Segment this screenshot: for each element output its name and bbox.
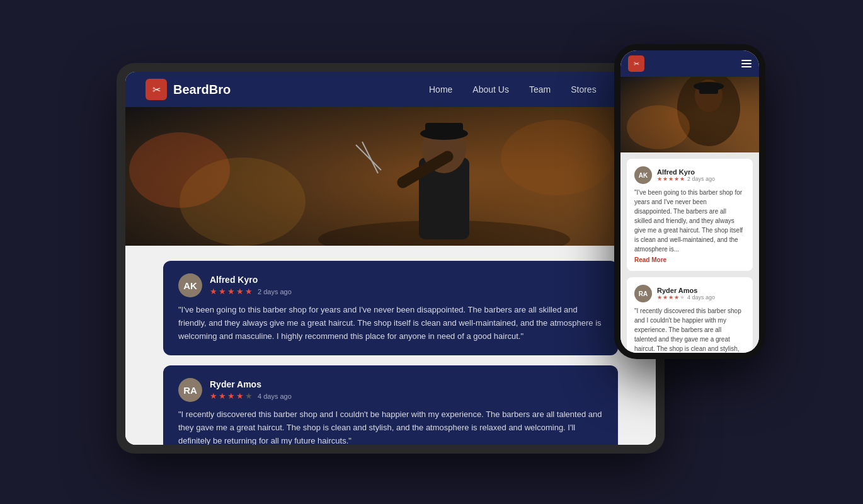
tablet-reviews-section: AK Alfred Kyro ★ ★ ★ ★ ★	[125, 246, 656, 445]
phone-device: ✂	[614, 44, 765, 359]
phone-stars-2: ★ ★ ★ ★ ★	[657, 294, 685, 301]
read-more-link-1[interactable]: Read More	[634, 256, 745, 263]
svg-point-10	[501, 120, 614, 195]
nav-team[interactable]: Team	[529, 84, 551, 94]
svg-point-9	[180, 158, 306, 246]
avatar-alfred: AK	[178, 273, 202, 297]
svg-line-7	[362, 142, 378, 173]
phone-review-text-1: "I've been going to this barber shop for…	[634, 188, 745, 254]
brand-logo-icon: ✂	[146, 79, 167, 100]
stars-2: ★ ★ ★ ★ ★	[210, 391, 253, 401]
review-time-1: 2 days ago	[258, 288, 292, 295]
brand: ✂ BeardBro	[146, 79, 231, 100]
review-text-2: "I recently discovered this barber shop …	[178, 408, 603, 445]
stars-1: ★ ★ ★ ★ ★	[210, 287, 253, 296]
brand-name: BeardBro	[173, 83, 231, 97]
review-text-1: "I've been going to this barber shop for…	[178, 304, 603, 343]
phone-reviews-section: AK Alfred Kyro ★ ★ ★ ★ ★	[620, 152, 759, 353]
phone-avatar-alfred: AK	[634, 166, 652, 184]
phone-review-text-2: "I recently discovered this barber shop …	[634, 306, 745, 353]
reviewer-name-2: Ryder Amos	[210, 379, 603, 389]
tablet-device: ✂ BeardBro Home About Us Team Stores Lab…	[117, 63, 665, 454]
phone-review-card-2: RA Ryder Amos ★ ★ ★ ★ ★	[627, 277, 753, 353]
phone-navbar: ✂	[620, 50, 759, 77]
phone-review-card-1: AK Alfred Kyro ★ ★ ★ ★ ★	[627, 159, 753, 271]
phone-time-1: 2 days ago	[687, 176, 715, 182]
phone-reviewer-name-2: Ryder Amos	[657, 287, 715, 294]
avatar-ryder: RA	[178, 378, 202, 402]
phone-time-2: 4 days ago	[687, 294, 715, 301]
tablet-hero	[125, 107, 656, 246]
phone-hero	[620, 77, 759, 152]
svg-rect-4	[425, 123, 463, 135]
nav-stores[interactable]: Stores	[571, 84, 596, 94]
nav-links: Home About Us Team Stores Labs	[429, 84, 636, 94]
review-card-1: AK Alfred Kyro ★ ★ ★ ★ ★	[163, 261, 618, 355]
hamburger-menu[interactable]	[741, 60, 752, 67]
tablet-navbar: ✂ BeardBro Home About Us Team Stores Lab…	[125, 72, 656, 107]
nav-home[interactable]: Home	[429, 84, 452, 94]
nav-about[interactable]: About Us	[472, 84, 509, 94]
reviewer-name-1: Alfred Kyro	[210, 275, 603, 285]
scene: ✂ BeardBro Home About Us Team Stores Lab…	[85, 25, 778, 479]
phone-brand-logo: ✂	[628, 55, 644, 72]
phone-avatar-ryder: RA	[634, 285, 652, 302]
phone-reviewer-name-1: Alfred Kyro	[657, 168, 715, 176]
phone-stars-1: ★ ★ ★ ★ ★	[657, 176, 685, 182]
svg-point-14	[694, 82, 724, 91]
review-time-2: 4 days ago	[258, 392, 292, 400]
svg-point-15	[627, 105, 690, 149]
review-card-2: RA Ryder Amos ★ ★ ★ ★ ★	[163, 365, 618, 445]
svg-line-6	[356, 145, 381, 170]
